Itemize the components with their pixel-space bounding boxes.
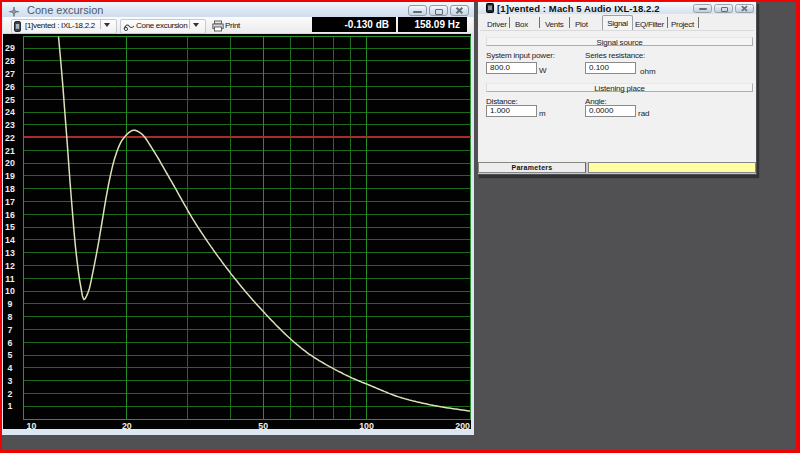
svg-text:7: 7: [8, 325, 13, 335]
svg-text:12: 12: [5, 261, 15, 271]
svg-text:2: 2: [8, 389, 13, 399]
svg-text:1: 1: [8, 401, 13, 411]
svg-text:18: 18: [5, 184, 15, 194]
svg-text:10: 10: [5, 286, 15, 296]
svg-text:3: 3: [8, 376, 13, 386]
svg-text:200: 200: [455, 421, 470, 429]
svg-text:6: 6: [8, 338, 13, 348]
svg-text:13: 13: [5, 248, 15, 258]
svg-text:28: 28: [5, 56, 15, 66]
svg-text:15: 15: [5, 222, 15, 232]
svg-text:20: 20: [122, 421, 132, 429]
svg-text:27: 27: [5, 69, 15, 79]
svg-text:4: 4: [8, 363, 13, 373]
svg-text:26: 26: [5, 82, 15, 92]
svg-text:22: 22: [5, 133, 15, 143]
svg-text:50: 50: [258, 421, 268, 429]
svg-text:19: 19: [5, 171, 15, 181]
svg-text:9: 9: [8, 299, 13, 309]
svg-text:100: 100: [359, 421, 374, 429]
svg-text:21: 21: [5, 146, 15, 156]
svg-text:8: 8: [8, 312, 13, 322]
svg-text:16: 16: [5, 210, 15, 220]
svg-text:14: 14: [5, 235, 15, 245]
svg-text:24: 24: [5, 107, 15, 117]
svg-text:25: 25: [5, 95, 15, 105]
svg-text:10: 10: [27, 421, 37, 429]
svg-text:29: 29: [5, 43, 15, 53]
svg-text:5: 5: [8, 350, 13, 360]
svg-text:23: 23: [5, 120, 15, 130]
svg-text:11: 11: [5, 274, 14, 284]
svg-text:20: 20: [5, 158, 15, 168]
svg-text:17: 17: [5, 197, 15, 207]
